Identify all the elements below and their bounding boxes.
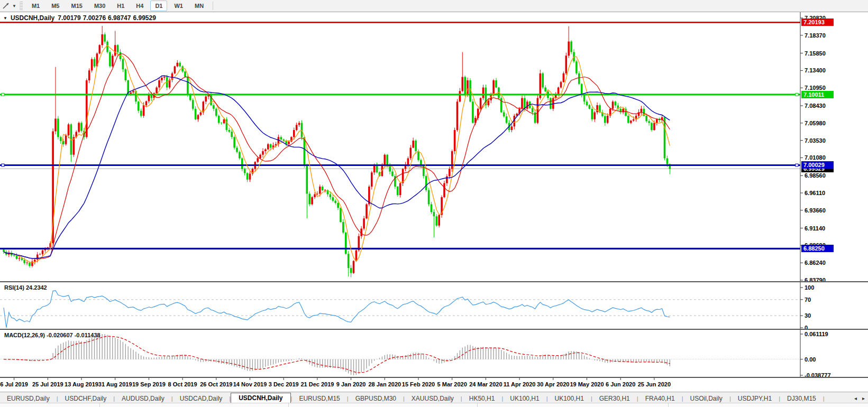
chart-tab-uk100-h1[interactable]: UK100,H1: [548, 393, 591, 403]
ohlc-low: 6.98747: [108, 14, 131, 22]
chevron-down-icon[interactable]: ▼: [12, 4, 16, 8]
x-axis-date-label: 15 Feb 2020: [402, 381, 435, 387]
chart-tab-uk100-h1[interactable]: UK100,H1: [503, 393, 546, 403]
x-axis-date-label: 24 Mar 2020: [469, 381, 502, 387]
x-axis-date-label: 6 Jul 2019: [0, 381, 28, 387]
y-axis-tick-marks: [800, 18, 803, 280]
y-axis-tick: 7.10950: [805, 85, 826, 91]
rsi-axis-tick: 100: [805, 284, 814, 291]
timeframe-button-m5[interactable]: M5: [47, 1, 64, 11]
tab-scroll-right-icon[interactable]: ▸: [862, 395, 865, 401]
chart-tab-gbpusd-m30[interactable]: GBPUSD,M30: [349, 393, 403, 403]
y-axis-tick: 7.13400: [805, 67, 826, 73]
macd-signal-line: [4, 336, 670, 373]
y-axis-tick: 6.93660: [805, 207, 826, 214]
up-candle-wicks: [9, 26, 662, 274]
status-bar: [0, 403, 868, 407]
chart-tab-eurusd-daily[interactable]: EURUSD,Daily: [0, 393, 57, 403]
chart-tab-usdchf-daily[interactable]: USDCHF,Daily: [58, 393, 114, 403]
up-candle-bodies: [9, 34, 662, 273]
x-axis-date-label: 3 Dec 2019: [269, 381, 299, 387]
x-axis-date-label: 30 Apr 2020: [537, 381, 569, 387]
x-axis-date-label: 19 May 2020: [570, 381, 604, 387]
ohlc-close: 6.99529: [133, 14, 156, 22]
line-tool-icon[interactable]: [1, 1, 12, 11]
timeframe-button-h4[interactable]: H4: [131, 1, 148, 11]
moving-average-line-2: [4, 54, 670, 259]
chart-tab-fra40-h1[interactable]: FRA40,H1: [638, 393, 682, 403]
x-axis-date-label: 11 Apr 2020: [504, 381, 536, 387]
timeframe-button-w1[interactable]: W1: [169, 1, 188, 11]
rsi-axis-tick: 70: [805, 297, 811, 303]
x-axis-date-label: 25 Jun 2020: [638, 381, 671, 387]
chart-collapse-icon[interactable]: ▼: [3, 16, 7, 21]
timeframe-toolbar: ▼ M1M5M15M30H1H4D1W1MN: [0, 0, 868, 12]
timeframe-button-mn[interactable]: MN: [190, 1, 208, 11]
price-level-badge: 6.88250: [801, 245, 834, 252]
timeframe-buttons: M1M5M15M30H1H4D1W1MN: [26, 1, 209, 11]
timeframe-button-m30[interactable]: M30: [89, 1, 110, 11]
moving-average-line-1: [4, 45, 670, 263]
y-axis-tick: 6.96110: [805, 190, 825, 196]
price-level-badge: 7.20193: [801, 18, 834, 26]
ohlc-open: 7.00179: [58, 14, 80, 22]
chart-tab-hk50-h1[interactable]: HK50,H1: [462, 393, 502, 403]
rsi-axis-tick: 30: [805, 312, 811, 319]
chart-tab-eurusd-m15[interactable]: EURUSD,M15: [292, 393, 346, 403]
x-axis-date-label: 14 Nov 2019: [233, 381, 267, 387]
price-chart-panel[interactable]: ▼ USDCNH,Daily 7.00179 7.00276 6.98747 6…: [0, 12, 868, 282]
y-axis-tick: 7.18370: [805, 32, 826, 39]
chart-title: ▼ USDCNH,Daily 7.00179 7.00276 6.98747 6…: [3, 14, 156, 22]
x-axis-date-label: 28 Jan 2020: [368, 381, 401, 387]
y-axis-tick: 7.15850: [805, 50, 826, 57]
toolbar-separator: [213, 2, 213, 10]
x-axis-date-label: 31 Aug 2019: [98, 381, 132, 387]
tab-divider: |: [823, 395, 825, 403]
down-candle-wicks: [4, 33, 670, 278]
macd-tick-marks: [800, 334, 803, 375]
x-axis-date-label: 5 Mar 2020: [437, 381, 467, 387]
x-axis-date-label: 25 Jul 2019: [32, 381, 63, 387]
timeframe-button-h1[interactable]: H1: [112, 1, 129, 11]
chart-tab-xauusd-daily[interactable]: XAUUSD,Daily: [405, 393, 461, 403]
chart-tab-audusd-daily[interactable]: AUDUSD,Daily: [115, 393, 171, 403]
x-axis-date-label: 6 Jun 2020: [606, 381, 635, 387]
y-axis-tick: 6.98560: [805, 172, 826, 179]
timeframe-button-m15[interactable]: M15: [66, 1, 87, 11]
y-axis-tick: 7.03530: [805, 137, 826, 144]
x-axis-date-label: 9 Jan 2020: [336, 381, 366, 387]
toolbar-grip[interactable]: [20, 2, 23, 10]
chart-tab-bar: EURUSD,Daily|USDCHF,Daily|AUDUSD,Daily|U…: [0, 392, 868, 403]
x-axis-date-label: 8 Oct 2019: [168, 381, 197, 387]
chart-tab-usdcad-daily[interactable]: USDCAD,Daily: [173, 393, 230, 403]
ohlc-high: 7.00276: [83, 14, 106, 22]
chart-tab-usdcnh-daily[interactable]: USDCNH,Daily: [231, 393, 290, 403]
macd-indicator-panel[interactable]: MACD(12,26,9) -0.020607 -0.011438 0.0611…: [0, 329, 868, 378]
timeframe-button-m1[interactable]: M1: [27, 1, 44, 11]
x-axis-date-label: 13 Aug 2019: [65, 381, 98, 387]
chart-symbol-label: USDCNH,Daily: [11, 14, 54, 22]
rsi-indicator-panel[interactable]: RSI(14) 24.2342 10070300: [0, 281, 868, 330]
y-axis-tick: 7.05980: [805, 120, 826, 126]
price-level-badge: 7.00029: [801, 161, 834, 169]
chart-tab-dj30-m15[interactable]: DJ30,M15: [780, 393, 823, 403]
date-axis[interactable]: 6 Jul 201925 Jul 201913 Aug 201931 Aug 2…: [0, 377, 868, 393]
timeframe-button-d1[interactable]: D1: [150, 1, 167, 11]
x-axis-date-label: 21 Dec 2019: [300, 381, 334, 387]
tab-scroll-left-icon[interactable]: ◂: [854, 395, 857, 401]
x-axis-date-label: 19 Sep 2019: [132, 381, 166, 387]
x-axis-date-label: 26 Oct 2019: [200, 381, 232, 387]
macd-histogram: [4, 334, 670, 375]
macd-label: MACD(12,26,9) -0.020607 -0.011438: [4, 332, 100, 338]
y-axis-tick: 7.01080: [805, 154, 826, 161]
x-axis-tick-marks: [14, 378, 654, 380]
trading-terminal: ▼ M1M5M15M30H1H4D1W1MN ▼ USDCNH,Daily 7.…: [0, 0, 868, 407]
rsi-line: [4, 291, 670, 328]
chart-tab-usdjpy-h1[interactable]: USDJPY,H1: [731, 393, 779, 403]
y-axis-tick: 6.91140: [805, 225, 825, 232]
chart-tab-usoil-daily[interactable]: USOil,Daily: [683, 393, 729, 403]
price-level-badge: 7.10011: [801, 91, 834, 98]
y-axis-tick: 7.08430: [805, 103, 826, 109]
chart-tab-ger30-h1[interactable]: GER30,H1: [592, 393, 637, 403]
moving-average-line-3: [4, 76, 670, 258]
